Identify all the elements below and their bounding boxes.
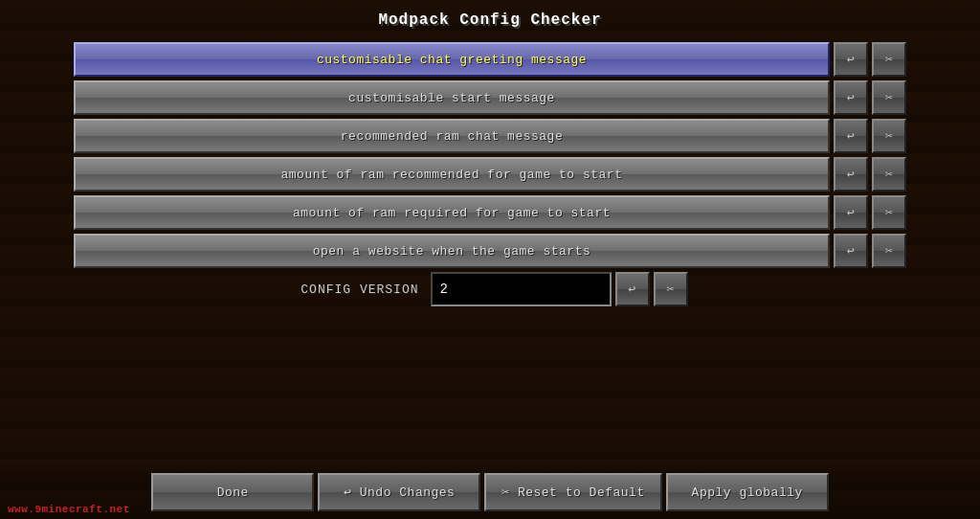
- config-version-undo-btn[interactable]: ↩: [615, 272, 650, 306]
- undo-btn-chat-greeting[interactable]: ↩: [834, 42, 868, 77]
- main-container: Modpack Config Checker customisable chat…: [0, 0, 980, 519]
- config-version-scissor-btn[interactable]: ✂: [654, 272, 688, 306]
- scissor-btn-ram-required[interactable]: ✂: [872, 195, 906, 230]
- page-title: Modpack Config Checker: [378, 11, 601, 29]
- done-button[interactable]: Done: [151, 473, 314, 511]
- config-row: open a website when the game starts↩✂: [74, 234, 906, 268]
- undo-btn-ram-chat[interactable]: ↩: [834, 119, 868, 153]
- config-version-label: CONFIG VERSION: [293, 282, 427, 297]
- watermark: www.9minecraft.net: [8, 504, 130, 515]
- config-version-input[interactable]: [431, 272, 612, 306]
- config-item-ram-chat[interactable]: recommended ram chat message: [74, 119, 830, 153]
- config-row: amount of ram recommended for game to st…: [74, 157, 906, 192]
- config-item-ram-required[interactable]: amount of ram required for game to start: [74, 195, 830, 230]
- scissor-btn-chat-greeting[interactable]: ✂: [872, 42, 906, 77]
- config-list: customisable chat greeting message↩✂cust…: [74, 42, 906, 268]
- scissor-btn-start-message[interactable]: ✂: [872, 80, 906, 115]
- config-item-website[interactable]: open a website when the game starts: [74, 234, 830, 268]
- reset-to-default-button[interactable]: ✂ Reset to Default: [484, 473, 661, 511]
- undo-btn-ram-recommended[interactable]: ↩: [834, 157, 868, 192]
- config-row: customisable chat greeting message↩✂: [74, 42, 906, 77]
- scissor-btn-website[interactable]: ✂: [872, 234, 906, 268]
- config-row: customisable start message↩✂: [74, 80, 906, 115]
- scissor-btn-ram-recommended[interactable]: ✂: [872, 157, 906, 192]
- config-item-ram-recommended[interactable]: amount of ram recommended for game to st…: [74, 157, 830, 192]
- undo-btn-ram-required[interactable]: ↩: [834, 195, 868, 230]
- config-row: recommended ram chat message↩✂: [74, 119, 906, 153]
- undo-btn-start-message[interactable]: ↩: [834, 80, 868, 115]
- undo-changes-button[interactable]: ↩ Undo Changes: [318, 473, 480, 511]
- undo-btn-website[interactable]: ↩: [834, 234, 868, 268]
- config-version-row: CONFIG VERSION ↩ ✂: [293, 272, 688, 306]
- apply-globally-button[interactable]: Apply globally: [666, 473, 829, 511]
- config-item-start-message[interactable]: customisable start message: [74, 80, 830, 115]
- config-row: amount of ram required for game to start…: [74, 195, 906, 230]
- bottom-buttons: Done ↩ Undo Changes ✂ Reset to Default A…: [0, 465, 980, 519]
- config-item-chat-greeting[interactable]: customisable chat greeting message: [74, 42, 830, 77]
- scissor-btn-ram-chat[interactable]: ✂: [872, 119, 906, 153]
